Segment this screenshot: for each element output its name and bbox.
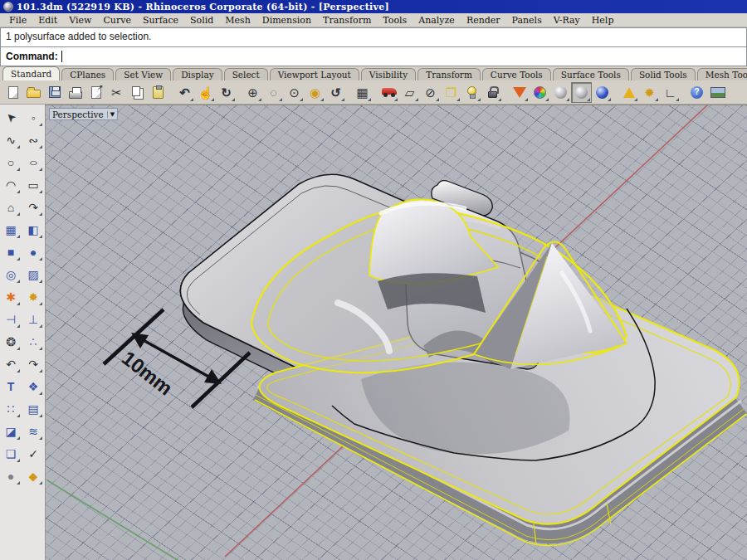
trim-icon[interactable]: ⊣	[1, 309, 22, 329]
menu-surface[interactable]: Surface	[137, 15, 184, 26]
menu-curve[interactable]: Curve	[97, 15, 136, 26]
control-point-curve-icon[interactable]: ∾	[23, 129, 44, 150]
dimension-tool-icon[interactable]: ∟	[660, 82, 681, 103]
zoom-selected-icon[interactable]: ◉	[305, 82, 325, 103]
extend-icon[interactable]: ↷	[23, 353, 44, 374]
open-file-icon[interactable]	[23, 82, 44, 103]
command-input-row[interactable]: Command:	[0, 46, 747, 66]
polyline-icon[interactable]: ∿	[1, 129, 22, 150]
render-sphere-icon[interactable]	[550, 82, 571, 103]
torus-icon[interactable]: ◎	[1, 264, 22, 285]
sweep-surface-icon[interactable]: ▨	[23, 264, 44, 285]
zoom-dynamic-icon[interactable]: ⊕	[242, 82, 263, 103]
array-icon[interactable]: ▤	[23, 398, 44, 419]
viewport-title[interactable]: Perspective ▼	[49, 108, 118, 120]
tab-solid-tools[interactable]: Solid Tools	[631, 68, 696, 80]
lights-icon[interactable]	[461, 82, 482, 103]
tab-surface-tools[interactable]: Surface Tools	[553, 68, 629, 80]
cplane-icon[interactable]: ▱	[399, 82, 420, 103]
tab-set-view[interactable]: Set View	[115, 68, 171, 80]
menu-vray[interactable]: V-Ray	[548, 15, 586, 26]
menu-mesh[interactable]: Mesh	[219, 15, 256, 26]
curve-blend-icon[interactable]: ↷	[23, 197, 44, 217]
layer-state-icon[interactable]: ❒	[441, 82, 461, 103]
set-view-icon[interactable]: ⊘	[420, 82, 441, 103]
point-edit-icon[interactable]: ❖	[23, 376, 44, 397]
tab-curve-tools[interactable]: Curve Tools	[482, 68, 551, 80]
contour-icon[interactable]: ≋	[23, 421, 44, 441]
menu-edit[interactable]: Edit	[32, 15, 63, 26]
tab-transform[interactable]: Transform	[417, 68, 481, 80]
arc-icon[interactable]: ◠	[1, 174, 22, 195]
viewport-canvas[interactable]: 10mm	[46, 105, 747, 560]
tab-visibility[interactable]: Visibility	[361, 68, 416, 80]
sphere-icon[interactable]: ●	[23, 241, 44, 262]
menu-dimension[interactable]: Dimension	[256, 15, 317, 26]
surface-points-icon[interactable]: ▦	[1, 219, 22, 240]
mesh-sphere-icon[interactable]: ●	[1, 465, 22, 486]
surface-patch-icon[interactable]: ◧	[23, 219, 44, 240]
rectangle-icon[interactable]: ▭	[23, 174, 44, 195]
undo-icon[interactable]: ↶	[174, 82, 195, 103]
menu-file[interactable]: File	[3, 15, 32, 26]
vray-cone-icon[interactable]	[618, 82, 639, 103]
viewport-layout-icon[interactable]: ▦	[352, 82, 373, 103]
menu-help[interactable]: Help	[586, 15, 620, 26]
tab-viewport-layout[interactable]: Viewport Layout	[270, 68, 359, 80]
circle-icon[interactable]: ○	[1, 152, 22, 173]
ellipse-icon[interactable]: ○	[23, 152, 44, 173]
new-file-icon[interactable]	[2, 82, 23, 103]
menu-view[interactable]: View	[63, 15, 97, 26]
tab-select[interactable]: Select	[224, 68, 268, 80]
menu-panels[interactable]: Panels	[506, 15, 548, 26]
tab-standard[interactable]: Standard	[2, 66, 60, 80]
menu-transform[interactable]: Transform	[317, 15, 377, 26]
select-pointer-icon[interactable]: ➤	[1, 107, 22, 128]
tab-mesh-tools[interactable]: Mesh Tools	[697, 68, 747, 80]
render-shell-icon[interactable]	[509, 82, 530, 103]
solid-edit-icon[interactable]: ◪	[1, 421, 22, 441]
check-icon[interactable]: ✓	[23, 443, 44, 464]
help-icon[interactable]: ?	[686, 82, 707, 103]
block-icon[interactable]: ∷	[1, 398, 22, 419]
cplane-gold-icon[interactable]: ◆	[23, 465, 44, 486]
perspective-viewport[interactable]: 10mm Perspective ▼	[46, 105, 747, 560]
polygon-icon[interactable]: ⌂	[1, 197, 22, 217]
cut-icon[interactable]: ✂	[106, 82, 127, 103]
rotate-view-icon[interactable]: ↻	[216, 82, 237, 103]
color-wheel-icon[interactable]	[530, 82, 550, 103]
copy-icon[interactable]	[127, 82, 148, 103]
shaded-viewport-icon[interactable]	[378, 82, 399, 103]
fillet-icon[interactable]: ↶	[1, 353, 22, 374]
options-gear-icon[interactable]: ✹	[639, 82, 660, 103]
icon-glyph: ◎	[6, 269, 16, 280]
export-icon[interactable]	[85, 82, 106, 103]
menu-analyze[interactable]: Analyze	[413, 15, 461, 26]
menu-tools[interactable]: Tools	[377, 15, 413, 26]
lock-icon[interactable]	[482, 82, 503, 103]
paste-icon[interactable]	[148, 82, 168, 103]
pan-hand-icon[interactable]: ☝	[195, 82, 216, 103]
explode-icon[interactable]: ✸	[23, 286, 44, 307]
tab-cplanes[interactable]: CPlanes	[61, 68, 114, 80]
zoom-window-icon[interactable]: ◌	[263, 82, 284, 103]
vray-framebuffer-icon[interactable]	[707, 82, 728, 103]
point-icon[interactable]: ◦	[23, 107, 44, 128]
puzzle-plugin-icon[interactable]: ✱	[1, 286, 22, 307]
text-icon[interactable]: T	[1, 376, 22, 397]
menu-render[interactable]: Render	[461, 15, 506, 26]
save-icon[interactable]	[44, 82, 65, 103]
boolean-difference-icon[interactable]: ∴	[23, 331, 44, 352]
split-icon[interactable]: ⊥	[23, 309, 44, 329]
boolean-union-icon[interactable]: ❂	[1, 331, 22, 352]
print-icon[interactable]	[65, 82, 85, 103]
menu-solid[interactable]: Solid	[184, 15, 219, 26]
tab-display[interactable]: Display	[173, 68, 222, 80]
undo-view-icon[interactable]: ↺	[325, 82, 346, 103]
render-preview-icon[interactable]	[571, 82, 592, 103]
layers-icon[interactable]: ❏	[1, 443, 22, 464]
zoom-extents-icon[interactable]: ⊙	[284, 82, 305, 103]
viewport-menu-arrow-icon[interactable]: ▼	[107, 111, 115, 118]
render-settings-sphere-icon[interactable]	[592, 82, 613, 103]
box-icon[interactable]: ■	[1, 241, 22, 262]
